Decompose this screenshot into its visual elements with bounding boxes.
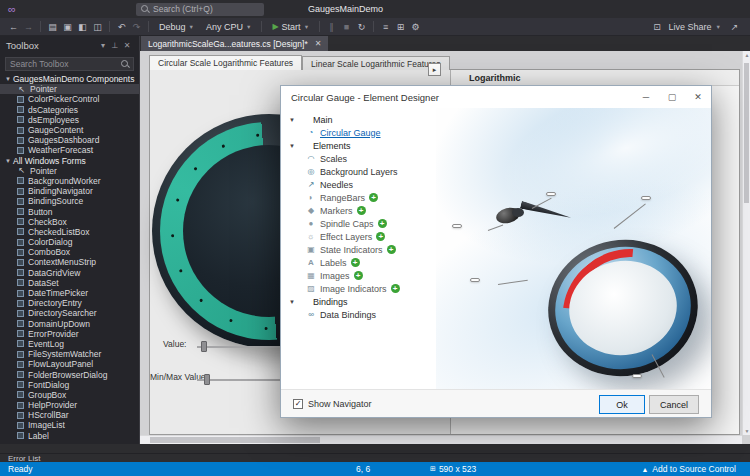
close-icon[interactable]	[315, 39, 322, 48]
tree-row[interactable]: ▼ Labels	[281, 256, 436, 269]
quick-search-input[interactable]: Search (Ctrl+Q)	[136, 3, 264, 16]
add-element-icon[interactable]	[351, 258, 360, 267]
toolbox-row[interactable]: ▼ Pointer	[0, 84, 139, 94]
toolbox-row[interactable]: ▼ ContextMenuStrip	[0, 257, 139, 267]
document-tab[interactable]: LogarithmicScaleGa...eatures.cs [Design]…	[141, 36, 328, 51]
tree-row[interactable]: ▼ Images	[281, 269, 436, 282]
value-slider-track[interactable]	[197, 346, 281, 348]
ok-button[interactable]: Ok	[599, 395, 645, 414]
new-file-icon[interactable]: ▤	[45, 22, 60, 32]
tree-row[interactable]: ▼ Effect Layers	[281, 230, 436, 243]
find-in-files-icon[interactable]: ≡	[378, 22, 393, 32]
toolbox-row[interactable]: ▼ CheckedListBox	[0, 227, 139, 237]
toolbox-row[interactable]: ▼ EventLog	[0, 339, 139, 349]
add-element-icon[interactable]	[391, 284, 400, 293]
minmax-slider-thumb[interactable]	[204, 374, 210, 385]
share-icon[interactable]: ↗	[727, 22, 742, 32]
tree-row[interactable]: ▼ Background Layers	[281, 165, 436, 178]
vertical-scrollbar[interactable]: ▲ ▼	[742, 51, 750, 435]
toolbox-row[interactable]: ▼ WeatherForecast	[0, 145, 139, 155]
design-tab[interactable]: Circular Scale Logarithmic Features	[149, 55, 302, 70]
tree-row[interactable]: ▼ Scales	[281, 152, 436, 165]
toolbox-row[interactable]: ▼ DataGridView	[0, 268, 139, 278]
horizontal-scrollbar-thumb[interactable]	[150, 437, 320, 443]
tree-row[interactable]: ▼ Image Indicators	[281, 282, 436, 295]
pin-icon[interactable]: ⊥	[109, 41, 121, 50]
navigate-back-icon[interactable]: ←	[6, 22, 21, 32]
toolbox-row[interactable]: ▼ CheckBox	[0, 217, 139, 227]
tree-row[interactable]: ▼ Data Bindings	[281, 308, 436, 321]
toolbox-row[interactable]: ▼ BindingNavigator	[0, 186, 139, 196]
navigate-forward-icon[interactable]: →	[21, 22, 36, 32]
toolbox-row[interactable]: ▼ HScrollBar	[0, 410, 139, 420]
toolbox-row[interactable]: ▼ HelpProvider	[0, 400, 139, 410]
toolbox-row[interactable]: ▼ ColorPickerControl	[0, 94, 139, 104]
toolbox-row[interactable]: ▼ FlowLayoutPanel	[0, 359, 139, 369]
horizontal-scrollbar[interactable]	[140, 435, 742, 444]
tree-row[interactable]: ▼ Bindings	[281, 295, 436, 308]
add-element-icon[interactable]	[354, 271, 363, 280]
tree-row[interactable]: ▼ RangeBars	[281, 191, 436, 204]
toolbox-row[interactable]: ▼ BindingSource	[0, 196, 139, 206]
show-navigator-checkbox[interactable]: Show Navigator	[293, 399, 372, 409]
toolbox-row[interactable]: ▼ FontDialog	[0, 380, 139, 390]
toolbox-search-input[interactable]: Search Toolbox	[5, 57, 134, 71]
toolbox-row[interactable]: ▼ DirectorySearcher	[0, 308, 139, 318]
toolbox-row[interactable]: ▼ GaugesMainDemo Components	[0, 74, 139, 84]
restart-icon[interactable]: ↻	[354, 22, 369, 32]
scroll-up-icon[interactable]: ▲	[743, 52, 750, 58]
add-to-source-control-button[interactable]: ▲ Add to Source Control	[641, 464, 736, 474]
live-share-button[interactable]: ⊡ Live Share ▼	[650, 22, 721, 32]
chevron-down-icon[interactable]: ▾	[97, 41, 109, 50]
start-debug-button[interactable]: ▶ Start▼	[266, 22, 315, 32]
dialog-titlebar[interactable]: Circular Gauge - Element Designer ─ ▢ ✕	[281, 86, 711, 108]
toolbox-row[interactable]: ▼ DirectoryEntry	[0, 298, 139, 308]
toolbox-row[interactable]: ▼ BackgroundWorker	[0, 176, 139, 186]
save-icon[interactable]: ◧	[75, 22, 90, 32]
toolbox-row[interactable]: ▼ ImageList	[0, 420, 139, 430]
toolbox-row[interactable]: ▼ dsCategories	[0, 105, 139, 115]
stop-icon[interactable]: ■	[339, 22, 354, 32]
tree-row[interactable]: ▼ Circular Gauge	[281, 126, 436, 139]
maximize-icon[interactable]: ▢	[659, 87, 685, 108]
tree-row[interactable]: ▼ Needles	[281, 178, 436, 191]
options-gear-icon[interactable]: ⚙	[408, 22, 423, 32]
vertical-scrollbar-thumb[interactable]	[744, 63, 749, 203]
save-all-icon[interactable]: ◫	[90, 22, 105, 32]
toolbox-row[interactable]: ▼ FileSystemWatcher	[0, 349, 139, 359]
tree-row[interactable]: ▼ Main	[281, 113, 436, 126]
open-file-icon[interactable]: ▣	[60, 22, 75, 32]
tree-row[interactable]: ▼ Spindle Caps	[281, 217, 436, 230]
redo-icon[interactable]: ↷	[129, 22, 144, 32]
toolbox-row[interactable]: ▼ DataSet	[0, 278, 139, 288]
toolbox-row[interactable]: ▼ dsEmployees	[0, 115, 139, 125]
toolbox-row[interactable]: ▼ GaugeContent	[0, 125, 139, 135]
solution-platform-dropdown[interactable]: Any CPU▼	[200, 22, 257, 32]
tree-row[interactable]: ▼ Elements	[281, 139, 436, 152]
undo-icon[interactable]: ↶	[114, 22, 129, 32]
command-window-icon[interactable]: ⊞	[393, 22, 408, 32]
toolbox-row[interactable]: ▼ Pointer	[0, 166, 139, 176]
toolbox-row[interactable]: ▼ ComboBox	[0, 247, 139, 257]
close-icon[interactable]: ✕	[121, 41, 133, 50]
add-element-icon[interactable]	[378, 219, 387, 228]
add-element-icon[interactable]	[376, 232, 385, 241]
tree-row[interactable]: ▼ State Indicators	[281, 243, 436, 256]
toolbox-row[interactable]: ▼ DomainUpDown	[0, 319, 139, 329]
tree-row[interactable]: ▼ Markers	[281, 204, 436, 217]
toolbox-row[interactable]: ▼ GroupBox	[0, 390, 139, 400]
toolbox-row[interactable]: ▼ ColorDialog	[0, 237, 139, 247]
cancel-button[interactable]: Cancel	[649, 395, 699, 414]
toolbox-row[interactable]: ▼ Label	[0, 431, 139, 441]
toolbox-row[interactable]: ▼ Button	[0, 206, 139, 216]
toolbox-row[interactable]: ▼ All Windows Forms	[0, 156, 139, 166]
add-element-icon[interactable]	[357, 206, 366, 215]
scroll-down-icon[interactable]: ▼	[743, 428, 750, 434]
add-element-icon[interactable]	[387, 245, 396, 254]
add-element-icon[interactable]	[369, 193, 378, 202]
toolbox-row[interactable]: ▼ GaugesDashboard	[0, 135, 139, 145]
toolbox-row[interactable]: ▼ FolderBrowserDialog	[0, 369, 139, 379]
toolbox-row[interactable]: ▼ DateTimePicker	[0, 288, 139, 298]
toolbox-row[interactable]: ▼ ErrorProvider	[0, 329, 139, 339]
value-slider-thumb[interactable]	[201, 341, 207, 352]
